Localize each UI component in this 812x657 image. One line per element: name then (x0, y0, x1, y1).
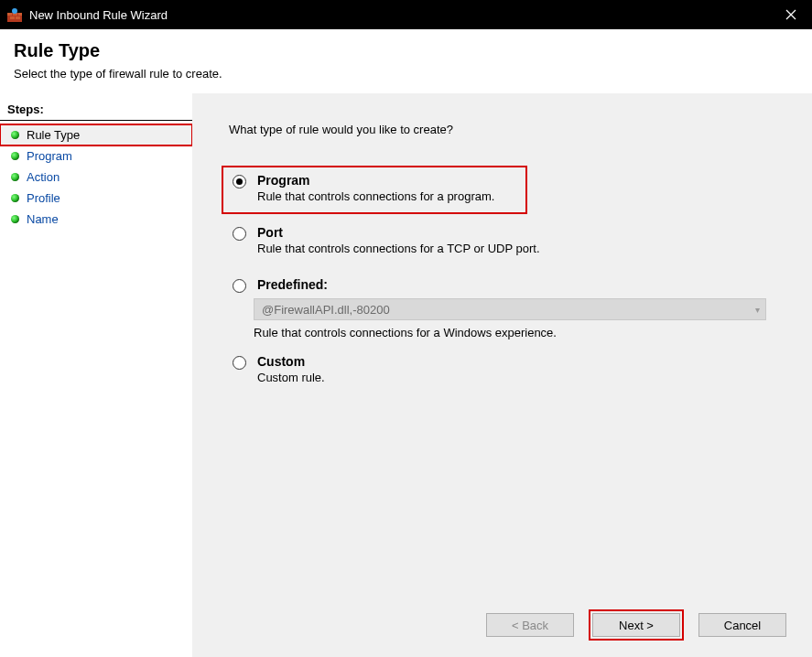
svg-rect-5 (16, 16, 20, 19)
step-label: Name (27, 212, 59, 226)
firewall-icon (7, 7, 22, 22)
steps-label: Steps: (0, 102, 192, 121)
step-rule-type[interactable]: Rule Type (0, 124, 192, 145)
wizard-footer: < Back Next > Cancel (486, 613, 786, 637)
radio-icon (233, 175, 246, 188)
step-program[interactable]: Program (0, 145, 192, 167)
radio-option-program[interactable]: Program Rule that controls connections f… (223, 167, 525, 212)
step-bullet-icon (11, 152, 19, 160)
radio-description: Rule that controls connections for a pro… (257, 189, 494, 203)
rule-type-radio-group: Program Rule that controls connections f… (229, 167, 786, 401)
question-text: What type of rule would you like to crea… (229, 123, 786, 136)
combobox-value: @FirewallAPI.dll,-80200 (262, 303, 390, 317)
main-panel: What type of rule would you like to crea… (192, 93, 812, 657)
next-button[interactable]: Next > (592, 613, 680, 637)
step-label: Profile (27, 191, 60, 205)
radio-label: Custom (257, 354, 325, 369)
step-action[interactable]: Action (0, 167, 192, 188)
back-button: < Back (486, 613, 574, 637)
radio-option-predefined[interactable]: Predefined: (229, 272, 786, 296)
step-label: Rule Type (27, 128, 80, 142)
step-bullet-icon (11, 215, 19, 223)
svg-rect-4 (10, 16, 15, 19)
step-bullet-icon (11, 194, 19, 202)
page-title: Rule Type (14, 40, 798, 61)
svg-point-6 (12, 8, 17, 14)
radio-option-port[interactable]: Port Rule that controls connections for … (229, 220, 786, 264)
radio-icon (233, 227, 246, 241)
content-area: Steps: Rule Type Program Action Profile … (0, 93, 812, 657)
radio-option-predefined-block: Predefined: @FirewallAPI.dll,-80200 ▾ Ru… (229, 272, 786, 339)
cancel-button[interactable]: Cancel (698, 613, 786, 637)
step-bullet-icon (11, 173, 19, 181)
steps-sidebar: Steps: Rule Type Program Action Profile … (0, 93, 192, 657)
radio-icon (233, 356, 246, 370)
step-bullet-icon (11, 131, 19, 139)
close-button[interactable] (770, 0, 812, 29)
radio-label: Port (257, 225, 540, 240)
titlebar: New Inbound Rule Wizard (0, 0, 812, 29)
step-name[interactable]: Name (0, 209, 192, 230)
wizard-header: Rule Type Select the type of firewall ru… (0, 29, 812, 93)
radio-description: Rule that controls connections for a Win… (254, 326, 786, 339)
page-subtitle: Select the type of firewall rule to crea… (14, 67, 798, 81)
radio-description: Custom rule. (257, 371, 325, 384)
close-icon (785, 9, 796, 20)
svg-rect-3 (18, 13, 22, 16)
radio-label: Program (257, 173, 494, 188)
radio-label: Predefined: (257, 277, 328, 292)
window-title: New Inbound Rule Wizard (29, 8, 770, 22)
chevron-down-icon: ▾ (755, 305, 760, 315)
step-label: Program (27, 149, 72, 163)
radio-description: Rule that controls connections for a TCP… (257, 242, 540, 255)
radio-icon (233, 279, 246, 293)
step-label: Action (27, 170, 60, 184)
radio-option-custom[interactable]: Custom Custom rule. (229, 349, 786, 393)
step-profile[interactable]: Profile (0, 188, 192, 209)
predefined-combobox[interactable]: @FirewallAPI.dll,-80200 ▾ (254, 298, 766, 320)
svg-rect-1 (7, 13, 12, 16)
